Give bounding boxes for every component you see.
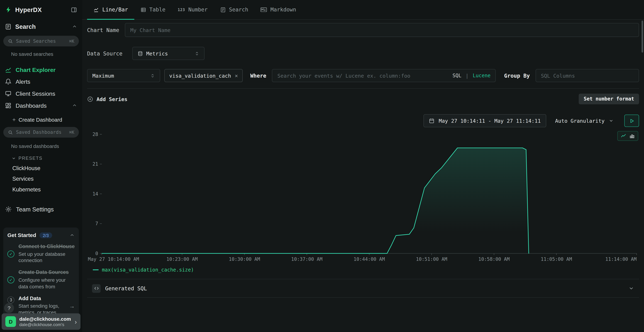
user-email: dale@clickhouse.com	[19, 316, 71, 322]
granularity-select[interactable]: Auto Granularity	[551, 114, 618, 127]
sidebar-item-alerts[interactable]: Alerts	[0, 76, 82, 88]
chevron-down-icon[interactable]	[628, 286, 634, 291]
search-icon	[8, 130, 13, 135]
chevron-right-icon: ›	[75, 318, 77, 325]
step-title: Create Data Sources	[18, 270, 75, 276]
line-chart-toggle-icon[interactable]	[620, 133, 626, 139]
sidebar-item-team-settings[interactable]: Team Settings	[0, 203, 82, 215]
saved-searches-placeholder: Saved Searches	[16, 38, 66, 44]
list-icon	[220, 7, 226, 12]
svg-text:7: 7	[95, 221, 98, 226]
chart-builder: Chart Name My Chart Name Data Source Met…	[82, 23, 644, 298]
chart-style-toggle[interactable]	[617, 131, 638, 141]
sql-mode-toggle[interactable]: SQL	[452, 72, 462, 78]
get-started-progress-badge: 2/3	[40, 232, 52, 238]
no-saved-searches-note: No saved searches	[11, 51, 82, 57]
database-icon	[138, 51, 143, 56]
preset-item-kubernetes[interactable]: Kubernetes	[12, 186, 82, 192]
nav-label: Chart Explorer	[16, 66, 56, 73]
metric-chip[interactable]: visa_validation_cach ×	[164, 69, 243, 82]
svg-text:14: 14	[92, 191, 98, 196]
tab-line-bar[interactable]: Line/Bar	[87, 0, 134, 19]
aggregation-select[interactable]: Maximum	[87, 69, 160, 82]
step-title: Add Data	[18, 296, 64, 302]
tab-table[interactable]: Table	[134, 0, 172, 19]
add-series-label: Add Series	[96, 96, 128, 102]
bar-chart-toggle-icon[interactable]	[629, 133, 635, 139]
check-circle-icon: ✓	[7, 276, 14, 283]
set-number-format-button[interactable]: Set number format	[579, 94, 639, 104]
plus-icon: +	[12, 116, 16, 123]
markdown-icon	[261, 7, 267, 12]
svg-text:28: 28	[92, 132, 98, 137]
sidebar-section-search[interactable]: Search	[0, 23, 82, 30]
chevron-up-icon[interactable]	[72, 103, 77, 108]
preset-item-clickhouse[interactable]: ClickHouse	[12, 165, 82, 171]
svg-text:May 27 10:14:00 AM: May 27 10:14:00 AM	[88, 256, 139, 262]
legend-series-label: max(visa_validation_cache.size)	[102, 267, 194, 272]
add-series-button[interactable]: Add Series	[87, 96, 128, 102]
preset-item-services[interactable]: Services	[12, 176, 82, 182]
scrollbar-thumb[interactable]	[642, 20, 643, 52]
chart-type-tabbar: Line/Bar Table 123 Number Search	[82, 0, 644, 20]
get-started-card: Get Started 2/3 ✓ Connect to ClickHouse …	[3, 228, 79, 321]
table-icon	[140, 7, 146, 12]
logo-row: HyperDX	[0, 0, 82, 14]
chart-legend[interactable]: max(visa_validation_cache.size)	[87, 266, 639, 273]
presets-toggle[interactable]: PRESETS	[12, 156, 82, 161]
tab-label: Line/Bar	[102, 6, 128, 13]
monitor-icon	[5, 90, 12, 97]
chart-name-input[interactable]: My Chart Name	[125, 23, 639, 37]
create-dashboard-button[interactable]: + Create Dashboard	[12, 116, 82, 123]
get-started-step-connect[interactable]: ✓ Connect to ClickHouse Set up your data…	[7, 244, 75, 264]
get-started-step-add-data[interactable]: 3 Add Data Start sending logs, metrics, …	[7, 296, 75, 316]
data-source-select[interactable]: Metrics	[132, 47, 204, 60]
sidebar-collapse-icon[interactable]	[71, 6, 77, 13]
code-icon	[92, 284, 100, 293]
chevron-up-icon[interactable]	[70, 232, 75, 238]
chevron-up-icon[interactable]	[72, 24, 77, 29]
team-settings-label: Team Settings	[16, 206, 54, 212]
gear-icon	[5, 206, 12, 213]
lucene-mode-toggle[interactable]: Lucene	[473, 72, 491, 78]
select-chevrons-icon	[195, 51, 199, 56]
get-started-title: Get Started	[7, 232, 36, 238]
data-source-value: Metrics	[146, 50, 168, 56]
svg-text:11:05:00 AM: 11:05:00 AM	[541, 256, 572, 262]
run-query-button[interactable]	[624, 115, 639, 127]
saved-searches-shortcut: ⌘K	[69, 39, 74, 44]
dashboard-grid-icon	[5, 102, 12, 109]
help-button[interactable]: ?	[4, 303, 14, 313]
chart-explorer-icon	[5, 66, 12, 73]
sidebar-item-chart-explorer[interactable]: Chart Explorer	[0, 64, 82, 76]
calendar-icon	[429, 118, 434, 124]
chart-name-label: Chart Name	[87, 27, 119, 33]
number-123-icon: 123	[178, 8, 185, 12]
user-team: dale@clickhouse.com's	[19, 322, 71, 327]
select-chevrons-icon	[150, 73, 155, 78]
tab-markdown[interactable]: Markdown	[254, 0, 302, 19]
search-section-label: Search	[15, 23, 36, 30]
generated-sql-section[interactable]: Generated SQL	[87, 279, 639, 298]
tab-search[interactable]: Search	[214, 0, 254, 19]
check-circle-icon: ✓	[7, 250, 14, 258]
granularity-value: Auto Granularity	[555, 118, 604, 124]
sidebar-item-client-sessions[interactable]: Client Sessions	[0, 88, 82, 100]
sidebar-item-dashboards[interactable]: Dashboards	[0, 100, 82, 112]
nav-label: Dashboards	[16, 102, 46, 109]
chip-close-icon[interactable]: ×	[235, 72, 238, 78]
tab-label: Markdown	[270, 6, 296, 13]
where-input[interactable]: Search your events w/ Lucene ex. column:…	[272, 69, 496, 82]
time-series-chart[interactable]: 07142128May 27 10:14:00 AM10:23:00 AM10:…	[87, 129, 639, 266]
avatar: D	[5, 316, 16, 327]
group-by-input[interactable]: SQL Columns	[536, 69, 639, 82]
sidebar: HyperDX Search Saved Searches ⌘K No save…	[0, 0, 82, 332]
tab-number[interactable]: 123 Number	[172, 0, 214, 19]
time-range-picker[interactable]: May 27 10:14:11 - May 27 11:14:11	[424, 114, 546, 127]
get-started-step-sources[interactable]: ✓ Create Data Sources Configure where yo…	[7, 270, 75, 290]
saved-searches-input[interactable]: Saved Searches ⌘K	[3, 36, 79, 46]
presets-label: PRESETS	[18, 156, 42, 161]
user-menu[interactable]: D dale@clickhouse.com dale@clickhouse.co…	[2, 314, 80, 330]
svg-text:10:30:00 AM: 10:30:00 AM	[229, 256, 260, 262]
saved-dashboards-input[interactable]: Saved Dashboards ⌘K	[3, 127, 79, 138]
